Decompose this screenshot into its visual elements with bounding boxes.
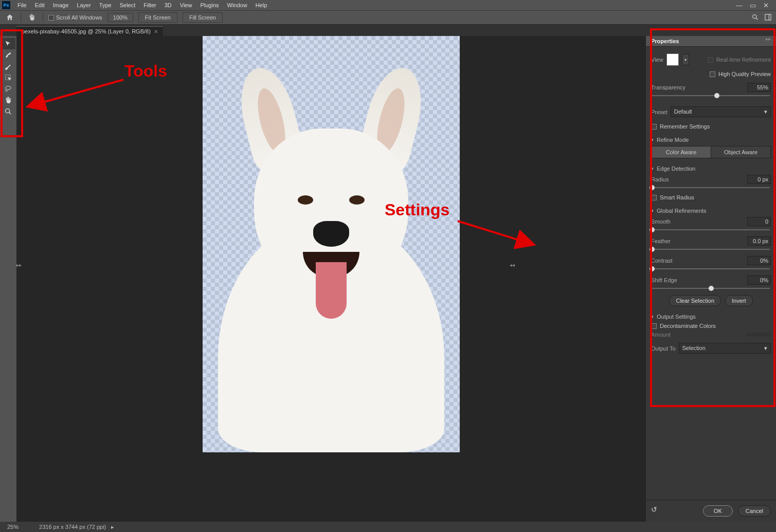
smooth-value[interactable]: 0 (747, 217, 771, 226)
document-tab[interactable]: pexels-pixabay-46505.jpg @ 25% (Layer 0,… (16, 26, 163, 36)
object-aware-button[interactable]: Object Aware (711, 146, 770, 158)
shift-edge-label: Shift Edge (651, 277, 677, 283)
amount-value (747, 333, 771, 336)
clear-selection-button[interactable]: Clear Selection (669, 295, 721, 306)
close-icon[interactable]: ✕ (763, 2, 769, 9)
hand-tool[interactable] (1, 95, 15, 106)
feather-slider[interactable] (652, 249, 770, 250)
transparency-value[interactable]: 55% (747, 83, 771, 92)
global-refinements-section[interactable]: ▾Global Refinements (651, 208, 771, 214)
transparency-slider[interactable] (652, 95, 770, 96)
radius-slider[interactable] (652, 187, 770, 188)
svg-line-1 (756, 17, 758, 20)
output-to-label: Output To (651, 345, 676, 352)
decontaminate-checkbox[interactable]: Decontaminate Colors (651, 323, 771, 329)
menu-3d[interactable]: 3D (160, 1, 176, 9)
zoom-value[interactable]: 100% (107, 13, 133, 22)
menu-edit[interactable]: Edit (31, 1, 49, 9)
scroll-all-checkbox[interactable]: Scroll All Windows (48, 14, 102, 21)
contrast-slider[interactable] (652, 268, 770, 269)
ok-button[interactable]: OK (703, 505, 733, 517)
contrast-value[interactable]: 0% (747, 256, 771, 265)
smooth-label: Smooth (651, 218, 671, 225)
workspace-switcher-icon[interactable] (764, 13, 772, 22)
feather-value[interactable]: 0.0 px (747, 236, 771, 246)
refine-mode-section[interactable]: ▾Refine Mode (651, 137, 771, 143)
refine-edge-brush-tool[interactable] (1, 49, 15, 61)
shift-edge-slider[interactable] (652, 288, 770, 289)
color-aware-button[interactable]: Color Aware (652, 146, 711, 158)
status-bar: 25% 2316 px x 3744 px (72 ppi) ▸ (0, 522, 776, 532)
fill-screen-button[interactable]: Fill Screen (183, 12, 223, 23)
decontaminate-label: Decontaminate Colors (660, 323, 716, 329)
document-tab-label: pexels-pixabay-46505.jpg @ 25% (Layer 0,… (22, 28, 151, 34)
smart-radius-label: Smart Radius (660, 194, 694, 200)
contrast-label: Contrast (651, 258, 673, 264)
menu-filter[interactable]: Filter (139, 1, 160, 9)
home-icon[interactable] (4, 12, 15, 23)
minimize-icon[interactable]: — (736, 2, 743, 9)
hq-label: High Quality Preview (718, 71, 771, 77)
radius-value[interactable]: 0 px (747, 175, 771, 184)
shift-edge-value[interactable]: 0% (747, 276, 771, 285)
options-bar: Scroll All Windows 100% Fit Screen Fill … (0, 10, 776, 25)
collapse-left-icon[interactable]: ▸▸ (16, 262, 22, 268)
preset-dropdown[interactable]: Default▾ (671, 106, 771, 117)
svg-rect-2 (765, 14, 771, 20)
remember-checkbox[interactable]: Remember Settings (651, 123, 771, 130)
view-label: View (651, 57, 663, 63)
remember-label: Remember Settings (660, 123, 710, 130)
cancel-button[interactable]: Cancel (738, 505, 771, 517)
menu-window[interactable]: Window (223, 1, 251, 9)
view-dropdown-icon[interactable]: ▾ (682, 54, 689, 65)
zoom-tool[interactable] (1, 106, 15, 117)
document-canvas[interactable] (203, 36, 460, 452)
chevron-down-icon: ▾ (651, 314, 654, 319)
view-thumbnail[interactable] (666, 53, 679, 66)
brush-tool[interactable] (1, 61, 15, 72)
menu-select[interactable]: Select (116, 1, 140, 9)
lasso-tool[interactable] (1, 83, 15, 95)
edge-detection-label: Edge Detection (657, 166, 695, 172)
menu-help[interactable]: Help (251, 1, 272, 9)
divider (21, 13, 21, 22)
menu-view[interactable]: View (176, 1, 196, 9)
radius-label: Radius (651, 176, 669, 182)
collapse-right-icon[interactable]: ◂◂ (510, 262, 515, 268)
edge-detection-section[interactable]: ▾Edge Detection (651, 166, 771, 172)
svg-point-5 (6, 86, 11, 90)
collapse-panel-icon[interactable]: ▸▸ (766, 36, 771, 42)
output-to-value: Selection (682, 345, 706, 352)
status-zoom[interactable]: 25% (7, 524, 19, 530)
invert-button[interactable]: Invert (725, 295, 753, 306)
smooth-slider[interactable] (652, 229, 770, 230)
smart-radius-checkbox[interactable]: Smart Radius (651, 194, 771, 200)
amount-label: Amount (651, 332, 671, 338)
reset-icon[interactable]: ↺ (651, 505, 657, 517)
menu-image[interactable]: Image (49, 1, 73, 9)
quick-select-tool[interactable] (1, 38, 15, 49)
canvas-area[interactable]: ▸▸ ◂◂ (16, 36, 645, 522)
realtime-checkbox[interactable]: Real-time Refinement (708, 57, 771, 63)
fit-screen-button[interactable]: Fit Screen (138, 12, 177, 23)
object-select-tool[interactable] (1, 72, 15, 83)
global-label: Global Refinements (657, 208, 707, 214)
output-settings-section[interactable]: ▾Output Settings (651, 314, 771, 320)
menu-type[interactable]: Type (95, 1, 116, 9)
menu-file[interactable]: File (13, 1, 31, 9)
chevron-down-icon: ▾ (764, 345, 767, 352)
toolbar (0, 36, 16, 522)
hand-icon[interactable] (26, 12, 38, 23)
menu-plugins[interactable]: Plugins (196, 1, 223, 9)
tab-close-icon[interactable]: ✕ (154, 29, 158, 34)
search-icon[interactable] (751, 13, 759, 22)
transparency-label: Transparency (651, 84, 685, 90)
maximize-icon[interactable]: ▭ (750, 2, 756, 9)
output-to-dropdown[interactable]: Selection▾ (679, 343, 771, 354)
hq-preview-checkbox[interactable]: High Quality Preview (710, 71, 771, 77)
status-arrow-icon[interactable]: ▸ (111, 524, 114, 530)
status-dims[interactable]: 2316 px x 3744 px (72 ppi) (39, 524, 106, 530)
chevron-down-icon: ▾ (651, 208, 654, 213)
menu-layer[interactable]: Layer (73, 1, 95, 9)
properties-tab[interactable]: Properties (646, 36, 776, 47)
